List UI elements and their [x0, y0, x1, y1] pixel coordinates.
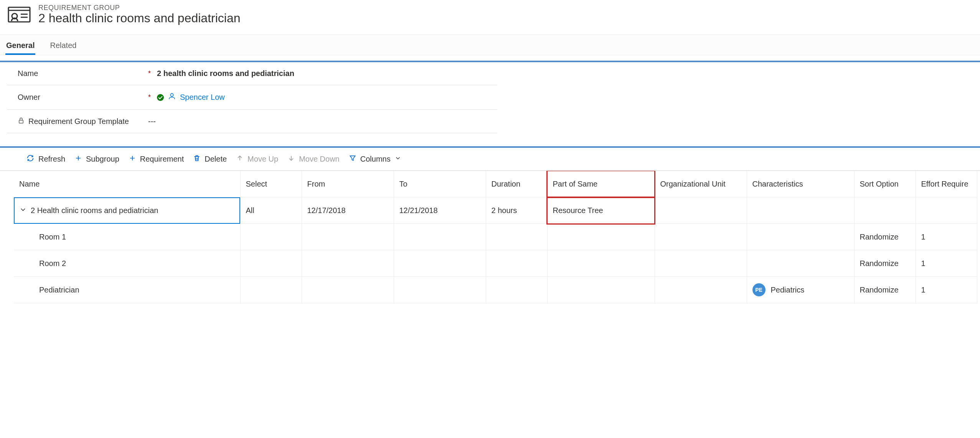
grid-cell-from[interactable] — [302, 277, 394, 303]
column-header-to[interactable]: To — [394, 171, 486, 197]
move-down-label: Move Down — [299, 155, 340, 164]
delete-label: Delete — [205, 155, 227, 164]
name-field-label: Name — [18, 69, 38, 78]
grid-cell-org-unit[interactable] — [655, 197, 747, 224]
arrow-up-icon — [236, 154, 244, 164]
grid-cell-effort-required[interactable]: 1 — [916, 224, 977, 250]
move-up-button[interactable]: Move Up — [236, 154, 278, 164]
grid-cell-part-of-same[interactable] — [547, 224, 655, 250]
grid-cell-duration[interactable] — [486, 277, 547, 303]
table-row[interactable]: Pediatrician PE Pediatrics — [14, 277, 977, 303]
grid-cell-select[interactable] — [240, 277, 302, 303]
grid-cell-from[interactable]: 12/17/2018 — [302, 197, 394, 224]
grid-cell-org-unit[interactable] — [655, 224, 747, 250]
grid-cell-select[interactable]: All — [240, 197, 302, 224]
form-row-template: Requirement Group Template * --- — [7, 110, 497, 133]
table-row[interactable]: Room 2 Randomize 1 — [14, 250, 977, 277]
plus-icon — [129, 154, 136, 164]
requirement-label: Requirement — [140, 155, 184, 164]
record-title: 2 health clinic rooms and pediatrician — [38, 11, 241, 25]
grid-cell-from[interactable] — [302, 224, 394, 250]
record-header: REQUIREMENT GROUP 2 health clinic rooms … — [0, 0, 980, 35]
chevron-down-icon — [394, 155, 401, 164]
general-form-panel: Name * 2 health clinic rooms and pediatr… — [0, 61, 980, 145]
grid-cell-to[interactable] — [394, 277, 486, 303]
chevron-down-icon[interactable] — [19, 206, 27, 215]
grid-cell-sort-option[interactable]: Randomize — [854, 224, 916, 250]
grid-cell-characteristics[interactable] — [747, 197, 854, 224]
column-header-name[interactable]: Name — [14, 171, 240, 197]
column-header-duration[interactable]: Duration — [486, 171, 547, 197]
grid-cell-characteristics[interactable] — [747, 224, 854, 250]
tab-related[interactable]: Related — [49, 38, 77, 55]
refresh-button[interactable]: Refresh — [26, 154, 65, 164]
column-header-effort-required[interactable]: Effort Require — [916, 171, 977, 197]
grid-cell-name[interactable]: Room 1 — [14, 224, 240, 250]
grid-cell-sort-option[interactable] — [854, 197, 916, 224]
grid-cell-characteristics[interactable]: PE Pediatrics — [747, 277, 854, 303]
grid-cell-select[interactable] — [240, 250, 302, 277]
refresh-label: Refresh — [38, 155, 65, 164]
grid-cell-to[interactable] — [394, 250, 486, 277]
grid-cell-name[interactable]: 2 Health clinic rooms and pediatrician — [14, 197, 240, 224]
grid-cell-select[interactable] — [240, 224, 302, 250]
form-row-owner: Owner * Spencer Low — [7, 85, 497, 110]
person-icon — [168, 92, 176, 102]
trash-icon — [193, 154, 201, 164]
grid-cell-part-of-same[interactable]: Resource Tree — [547, 197, 655, 224]
column-header-sort-option[interactable]: Sort Option — [854, 171, 916, 197]
template-field-value[interactable]: --- — [148, 117, 156, 126]
grid-cell-sort-option[interactable]: Randomize — [854, 277, 916, 303]
column-header-select[interactable]: Select — [240, 171, 302, 197]
columns-label: Columns — [360, 155, 391, 164]
refresh-icon — [26, 154, 35, 164]
tab-general[interactable]: General — [5, 38, 35, 55]
name-field-value[interactable]: 2 health clinic rooms and pediatrician — [157, 69, 294, 78]
column-header-org-unit[interactable]: Organizational Unit — [655, 171, 747, 197]
column-header-from[interactable]: From — [302, 171, 394, 197]
grid-cell-to[interactable]: 12/21/2018 — [394, 197, 486, 224]
delete-button[interactable]: Delete — [193, 154, 227, 164]
grid-cell-name[interactable]: Pediatrician — [14, 277, 240, 303]
grid-cell-part-of-same[interactable] — [547, 277, 655, 303]
entity-type-label: REQUIREMENT GROUP — [38, 4, 241, 12]
grid-cell-org-unit[interactable] — [655, 250, 747, 277]
svg-rect-3 — [19, 120, 23, 123]
plus-icon — [74, 154, 82, 164]
owner-field-label: Owner — [18, 93, 40, 102]
svg-point-2 — [170, 94, 173, 96]
arrow-down-icon — [287, 154, 295, 164]
subgroup-label: Subgroup — [86, 155, 119, 164]
table-header-row: Name Select From To Duration Part of Sam… — [14, 171, 977, 197]
grid-cell-duration[interactable] — [486, 250, 547, 277]
grid-cell-org-unit[interactable] — [655, 277, 747, 303]
grid-cell-duration[interactable] — [486, 224, 547, 250]
table-row[interactable]: 2 Health clinic rooms and pediatrician A… — [14, 197, 977, 224]
grid-toolbar: Refresh Subgroup Requirement — [0, 148, 980, 170]
grid-cell-sort-option[interactable]: Randomize — [854, 250, 916, 277]
move-down-button[interactable]: Move Down — [287, 154, 340, 164]
move-up-label: Move Up — [247, 155, 278, 164]
required-asterisk-icon: * — [148, 93, 151, 101]
grid-table-wrapper: Name Select From To Duration Part of Sam… — [0, 170, 980, 303]
required-asterisk-icon: * — [148, 69, 151, 78]
grid-cell-to[interactable] — [394, 224, 486, 250]
owner-lookup-link[interactable]: Spencer Low — [180, 93, 225, 102]
grid-cell-effort-required[interactable]: 1 — [916, 250, 977, 277]
column-header-part-of-same[interactable]: Part of Same — [547, 171, 655, 197]
columns-button[interactable]: Columns — [349, 154, 401, 164]
grid-cell-from[interactable] — [302, 250, 394, 277]
table-row[interactable]: Room 1 Randomize 1 — [14, 224, 977, 250]
grid-cell-duration[interactable]: 2 hours — [486, 197, 547, 224]
grid-cell-part-of-same[interactable] — [547, 250, 655, 277]
requirements-grid-panel: Refresh Subgroup Requirement — [0, 146, 980, 303]
add-requirement-button[interactable]: Requirement — [129, 154, 184, 164]
characteristic-text: Pediatrics — [771, 286, 805, 294]
add-subgroup-button[interactable]: Subgroup — [74, 154, 119, 164]
grid-cell-effort-required[interactable] — [916, 197, 977, 224]
grid-cell-name[interactable]: Room 2 — [14, 250, 240, 277]
column-header-characteristics[interactable]: Characteristics — [747, 171, 854, 197]
grid-cell-characteristics[interactable] — [747, 250, 854, 277]
form-tabbar: General Related — [0, 35, 980, 55]
grid-cell-effort-required[interactable]: 1 — [916, 277, 977, 303]
